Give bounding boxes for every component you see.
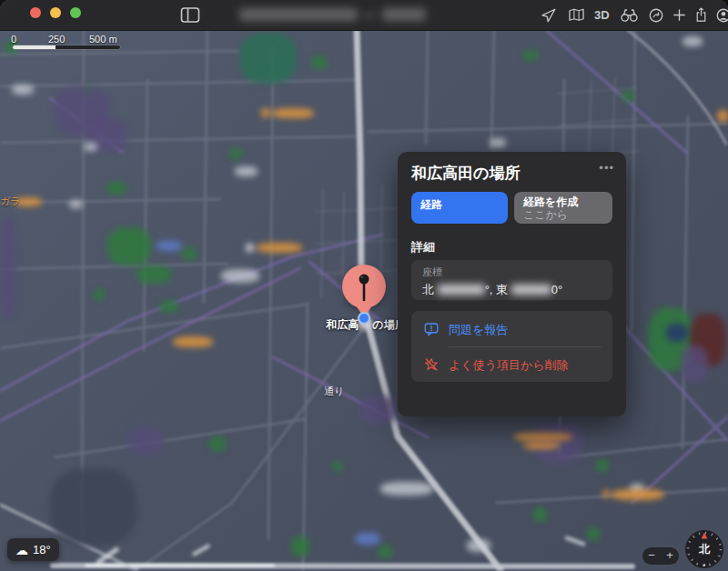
poi-label-redacted bbox=[717, 110, 728, 122]
poi-label-redacted bbox=[173, 336, 213, 347]
map-icon[interactable] bbox=[568, 7, 585, 24]
road-shield-redacted bbox=[235, 166, 258, 176]
blue-shield-redacted bbox=[157, 241, 182, 251]
compass[interactable]: 北 bbox=[684, 529, 724, 569]
star-slash-icon bbox=[423, 356, 440, 376]
map-park-patch bbox=[107, 227, 151, 265]
directions-arrow-icon[interactable] bbox=[648, 7, 664, 24]
poi-label-redacted bbox=[272, 108, 314, 118]
map-park-patch bbox=[596, 459, 609, 472]
3d-button[interactable]: 3D bbox=[594, 6, 610, 24]
poi-icon-redacted bbox=[246, 244, 254, 252]
road-shield-redacted bbox=[490, 138, 506, 147]
coord-lat-redacted bbox=[438, 285, 485, 295]
map-purple-area bbox=[359, 396, 398, 425]
road-shield-redacted bbox=[682, 36, 703, 46]
road-shield-redacted bbox=[380, 482, 433, 496]
map-park-patch bbox=[209, 436, 226, 451]
selected-location-dot bbox=[358, 312, 370, 325]
map-town-label-redacted bbox=[467, 539, 490, 552]
coord-lon-redacted bbox=[511, 285, 551, 295]
sidebar-toggle-icon[interactable] bbox=[180, 6, 200, 24]
map-town-label-redacted bbox=[221, 269, 259, 283]
compass-north-label: 北 bbox=[684, 542, 724, 557]
report-issue-row[interactable]: 問題を報告 bbox=[411, 311, 612, 346]
maps-window: 3D bbox=[0, 0, 728, 571]
dropped-pin-marker[interactable] bbox=[342, 265, 386, 308]
road-shield-redacted bbox=[12, 85, 34, 95]
window-title-redacted bbox=[239, 8, 358, 21]
titlebar: 3D bbox=[0, 0, 728, 31]
map-label-street: 通り bbox=[324, 385, 344, 398]
coordinates-row[interactable]: 座標 北 °, 東 0° bbox=[411, 260, 612, 300]
report-issue-icon bbox=[423, 321, 440, 341]
poi-label-redacted bbox=[257, 243, 302, 253]
poi-label-redacted bbox=[261, 108, 270, 117]
map-park-patch bbox=[311, 56, 328, 69]
coordinates-label: 座標 bbox=[422, 265, 612, 279]
map-park-patch bbox=[523, 50, 538, 61]
details-header: 詳細 bbox=[411, 239, 435, 255]
map-purple-area bbox=[0, 218, 16, 318]
road-shield-redacted bbox=[84, 143, 97, 151]
scale-tick-0: 0 bbox=[11, 34, 16, 45]
weather-widget[interactable]: ☁ 18° bbox=[7, 538, 59, 561]
close-button[interactable] bbox=[30, 7, 41, 18]
poi-label-redacted bbox=[523, 442, 560, 449]
remove-favorite-label: よく使う項目から削除 bbox=[449, 357, 569, 374]
scale-tick-250: 250 bbox=[48, 34, 65, 45]
look-around-binoculars-icon[interactable] bbox=[620, 8, 639, 23]
zoom-controls: − + bbox=[642, 547, 679, 565]
window-title-dash-redacted bbox=[364, 14, 375, 17]
minimize-button[interactable] bbox=[50, 7, 61, 18]
add-pin-icon[interactable] bbox=[672, 7, 687, 23]
locate-arrow-icon[interactable] bbox=[541, 7, 557, 24]
account-icon[interactable] bbox=[715, 7, 728, 24]
create-route-title: 経路を作成 bbox=[523, 195, 612, 208]
cloud-icon: ☁ bbox=[15, 544, 28, 556]
map-park-patch bbox=[160, 300, 178, 313]
map-park-patch bbox=[378, 546, 392, 558]
temperature-label: 18° bbox=[33, 543, 51, 556]
road-shield-redacted bbox=[69, 200, 83, 208]
poi-label-redacted bbox=[602, 490, 610, 497]
zoom-in-button[interactable]: + bbox=[661, 547, 679, 565]
map-park-patch bbox=[136, 265, 171, 284]
map-forest-patch bbox=[240, 33, 297, 84]
map-park-patch bbox=[533, 507, 547, 522]
blue-shield-redacted bbox=[355, 533, 380, 545]
place-card: 和広高田の場所 ••• 経路 経路を作成 ここから 詳細 座標 北 °, 東 0… bbox=[398, 152, 626, 416]
map-park-patch bbox=[94, 289, 105, 300]
map-park-patch bbox=[106, 182, 126, 195]
poi-label-redacted bbox=[612, 489, 664, 500]
zoom-out-button[interactable]: − bbox=[642, 547, 661, 565]
coord-suffix: 0° bbox=[551, 283, 562, 296]
map-park-patch bbox=[587, 527, 600, 540]
pushpin-icon bbox=[342, 265, 386, 308]
map-purple-area bbox=[127, 427, 164, 455]
create-route-button[interactable]: 経路を作成 ここから bbox=[514, 192, 612, 224]
coordinates-value: 北 °, 東 0° bbox=[422, 282, 612, 298]
pin-label-prefix: 和広高 bbox=[326, 318, 359, 331]
scale-bar-track bbox=[13, 45, 120, 49]
route-button[interactable]: 経路 bbox=[411, 192, 508, 224]
map-park-patch bbox=[182, 247, 197, 260]
zoom-window-button[interactable] bbox=[70, 7, 81, 18]
map-park-patch bbox=[229, 148, 242, 159]
map-park-patch bbox=[291, 536, 309, 556]
more-options-button[interactable]: ••• bbox=[599, 161, 614, 175]
place-title: 和広高田の場所 bbox=[411, 163, 520, 184]
actions-group: 問題を報告 よく使う項目から削除 bbox=[411, 311, 612, 382]
remove-favorite-row[interactable]: よく使う項目から削除 bbox=[411, 346, 612, 382]
map-park-patch bbox=[332, 462, 343, 471]
map-park-patch bbox=[622, 91, 634, 102]
map-navy-patch bbox=[666, 324, 688, 342]
scale-tick-500m: 500 m bbox=[89, 34, 117, 45]
create-route-subtitle: ここから bbox=[523, 208, 612, 221]
map-label-station: ガラ bbox=[0, 195, 21, 208]
share-icon[interactable] bbox=[693, 5, 709, 24]
map-dark-area bbox=[50, 468, 136, 546]
coord-separator: °, 東 bbox=[485, 283, 511, 296]
poi-label-redacted bbox=[514, 433, 572, 441]
window-title-suffix-redacted bbox=[382, 8, 426, 21]
